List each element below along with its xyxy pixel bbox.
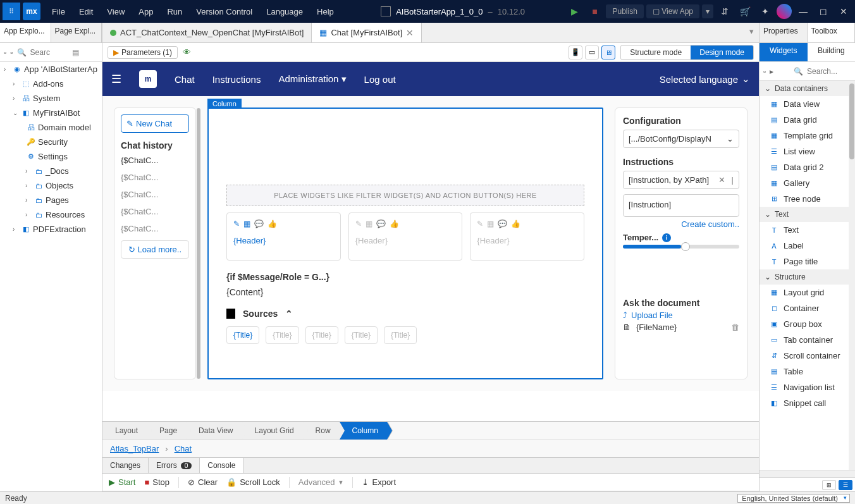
info-icon[interactable]: i (662, 233, 671, 242)
widget-text[interactable]: TText (760, 222, 855, 238)
view-desktop-icon[interactable]: 🖥 (601, 46, 615, 59)
tab-close-icon[interactable]: ✕ (406, 28, 414, 38)
tree-docs[interactable]: ›🗀_Docs (0, 164, 102, 178)
header-card[interactable]: ✎▦💬👍 {Header} (226, 212, 341, 261)
chat-history-item[interactable]: {$ChatC... (121, 224, 189, 235)
console-stop-button[interactable]: ■Stop (144, 477, 169, 487)
tree-module[interactable]: ⌄◧MyFirstAIBot (0, 106, 102, 120)
widget-layout-grid[interactable]: ▦Layout grid (760, 285, 855, 300)
bc-layoutgrid[interactable]: Layout Grid (242, 422, 303, 439)
drop-zone[interactable]: PLACE WIDGETS LIKE FILTER WIDGET(S) AND … (226, 185, 584, 206)
tab-errors[interactable]: Errors0 (149, 458, 200, 473)
bc-page[interactable]: Page (147, 422, 186, 439)
widget-list-view[interactable]: ☰List view (760, 144, 855, 159)
tab-toolbox[interactable]: Toolbox (808, 23, 856, 42)
tree-pdf[interactable]: ›◧PDFExtraction (0, 222, 102, 237)
tree-objects[interactable]: ›🗀Objects (0, 178, 102, 193)
create-custom-link[interactable]: Create custom.. (623, 219, 739, 229)
trash-icon[interactable]: 🗑 (731, 323, 739, 332)
menu-language[interactable]: Language (260, 3, 309, 20)
console-scroll-lock-button[interactable]: 🔒Scroll Lock (226, 477, 280, 487)
tree-resources[interactable]: ›🗀Resources (0, 207, 102, 222)
doc-tab-chat[interactable]: ▦ Chat [MyFirstAIBot] ✕ (312, 23, 422, 42)
widget-tree-node[interactable]: ⊞Tree node (760, 191, 855, 207)
minimize-icon[interactable]: — (794, 3, 812, 20)
bc-chat[interactable]: Chat (175, 444, 192, 453)
widget-container[interactable]: ◻Container (760, 300, 855, 316)
cart-icon[interactable]: 🛒 (736, 3, 754, 20)
chat-history-item[interactable]: {$ChatC... (121, 207, 189, 218)
header-card[interactable]: ✎▦💬👍 {Header} (470, 212, 584, 261)
chat-history-item[interactable]: {$ChatC... (121, 190, 189, 200)
tree-pages[interactable]: ›🗀Pages (0, 193, 102, 207)
widget-data-grid[interactable]: ▤Data grid (760, 112, 855, 128)
header-card[interactable]: ✎▦💬👍 {Header} (348, 212, 463, 261)
tabs-overflow-icon[interactable]: ▾ (744, 23, 759, 42)
toolbox-search-input[interactable] (807, 67, 851, 76)
instruction-box[interactable]: [Instruction] (623, 194, 739, 217)
menu-app[interactable]: App (132, 3, 159, 20)
tab-app-explorer[interactable]: App Explo... (0, 23, 51, 42)
bc-dataview[interactable]: Data View (186, 422, 242, 439)
parameters-pill[interactable]: ▶Parameters (1) (108, 46, 178, 59)
widget-navigation-list[interactable]: ☰Navigation list (760, 379, 855, 395)
widget-gallery[interactable]: ▦Gallery (760, 175, 855, 191)
logo-icon[interactable]: mx (23, 3, 40, 20)
hamburger-icon[interactable]: ☰ (111, 72, 121, 86)
selected-column[interactable]: PLACE WIDGETS LIKE FILTER WIDGET(S) AND … (207, 108, 603, 379)
instructions-xpath[interactable]: [Instruction, by XPath]✕| (623, 171, 739, 189)
tab-properties[interactable]: Properties (760, 23, 808, 42)
remove-icon[interactable]: ✕ (718, 175, 725, 185)
chat-history-item[interactable]: {$ChatC... (121, 156, 189, 166)
menu-file[interactable]: File (46, 3, 71, 20)
title-chip[interactable]: {Title} (266, 326, 298, 344)
console-export-button[interactable]: ⤓Export (362, 477, 396, 487)
tree-security[interactable]: 🔑Security (0, 135, 102, 149)
nav-administration[interactable]: Administration ▾ (278, 73, 346, 85)
toolbox-icon2[interactable]: ▸ (770, 67, 773, 76)
title-chip[interactable]: {Title} (305, 326, 338, 344)
load-more-button[interactable]: ↻ Load more.. (121, 240, 189, 259)
toolbox-scrollbar[interactable] (849, 81, 855, 470)
publish-button[interactable]: Publish (606, 4, 643, 18)
design-mode-button[interactable]: Design mode (691, 46, 753, 59)
title-chip[interactable]: {Title} (226, 326, 259, 344)
toolbox-hscroll[interactable] (760, 470, 855, 477)
nav-instructions[interactable]: Instructions (212, 74, 261, 85)
stop-icon[interactable]: ■ (586, 3, 603, 20)
title-chip[interactable]: {Title} (384, 326, 417, 344)
toolbox-header-data[interactable]: ⌄Data containers (760, 81, 855, 96)
widget-data-grid-2[interactable]: ▤Data grid 2 (760, 159, 855, 175)
search-icon[interactable]: 🔍 (17, 48, 27, 57)
language-status-selector[interactable]: English, United States (default) (737, 494, 850, 503)
apps-grid-icon[interactable]: ⠿ (3, 3, 20, 20)
building-blocks-tab[interactable]: Building (808, 43, 856, 61)
widget-table[interactable]: ▤Table (760, 364, 855, 379)
sources-row[interactable]: Sources ⌃ (226, 309, 584, 319)
console-advanced-button[interactable]: Advanced ▼ (298, 477, 344, 487)
tree-settings[interactable]: ⚙Settings (0, 149, 102, 164)
close-icon[interactable]: ✕ (835, 3, 852, 20)
sparkle-icon[interactable]: ✦ (756, 3, 774, 20)
view-app-dropdown[interactable]: ▾ (702, 4, 713, 18)
tab-changes[interactable]: Changes (102, 458, 149, 473)
preview-icon[interactable]: 👁 (183, 47, 191, 57)
widgets-tab[interactable]: Widgets (760, 43, 808, 61)
doc-tab-act[interactable]: ACT_ChatContext_New_OpenChat [MyFirstAIB… (102, 23, 312, 42)
filter-icon[interactable]: ▤ (72, 48, 79, 57)
user-avatar[interactable] (777, 4, 792, 19)
tree-app-root[interactable]: ›◉App 'AIBotStarterAp (0, 62, 102, 77)
tab-console[interactable]: Console (200, 458, 243, 473)
menu-view[interactable]: View (101, 3, 131, 20)
tab-page-explorer[interactable]: Page Expl... (51, 23, 102, 42)
temperature-slider[interactable] (623, 245, 739, 249)
menu-help[interactable]: Help (311, 3, 340, 20)
menu-version-control[interactable]: Version Control (190, 3, 259, 20)
explorer-search-input[interactable] (30, 48, 68, 57)
nav-chat[interactable]: Chat (175, 74, 195, 85)
console-start-button[interactable]: ▶Start (109, 477, 135, 487)
tree-domain-model[interactable]: 品Domain model (0, 120, 102, 135)
toolbox-list-view[interactable]: ☰ (839, 480, 852, 490)
tree-system[interactable]: ›品System (0, 91, 102, 106)
widget-page-title[interactable]: TPage title (760, 254, 855, 269)
